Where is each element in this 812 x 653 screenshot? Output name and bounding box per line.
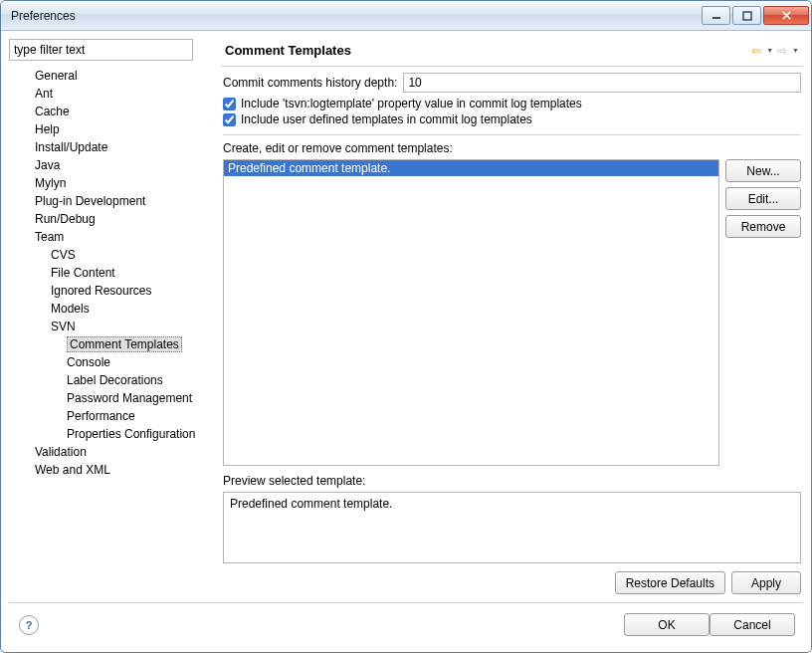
new-button[interactable]: New... — [725, 159, 801, 182]
help-icon[interactable]: ? — [19, 615, 39, 635]
preview-box: Predefined comment template. — [223, 492, 801, 563]
tree-item[interactable]: Mylyn — [13, 174, 218, 192]
split-pane: GeneralAntCacheHelpInstall/UpdateJavaMyl… — [9, 39, 803, 594]
page-content: Commit comments history depth: Include '… — [221, 67, 803, 594]
tree-item[interactable]: Label Decorations — [13, 371, 218, 389]
page-header: Comment Templates ⇦▼ ⇨▼ — [221, 39, 803, 67]
list-item[interactable]: Predefined comment template. — [224, 160, 718, 176]
history-depth-input[interactable] — [403, 73, 801, 93]
forward-icon[interactable]: ⇨ — [777, 44, 787, 58]
restore-defaults-button[interactable]: Restore Defaults — [615, 571, 725, 594]
preferences-window: Preferences GeneralAntCacheHelpInstall/U… — [0, 0, 812, 653]
tsvn-checkbox[interactable] — [223, 98, 236, 110]
tree-item[interactable]: Ignored Resources — [13, 282, 218, 300]
window-buttons — [700, 6, 809, 25]
tree-item[interactable]: Console — [13, 353, 218, 371]
tree-item[interactable]: Comment Templates — [13, 335, 218, 353]
forward-menu-icon[interactable]: ▼ — [792, 47, 799, 54]
apply-button[interactable]: Apply — [731, 571, 801, 594]
tree-item[interactable]: Install/Update — [13, 138, 218, 156]
history-row: Commit comments history depth: — [223, 73, 801, 93]
page-buttons: Restore Defaults Apply — [223, 571, 801, 594]
tree-item[interactable]: Run/Debug — [13, 210, 218, 228]
tree-item[interactable]: Properties Configuration — [13, 425, 218, 443]
maximize-button[interactable] — [732, 6, 761, 25]
tree-item[interactable]: Cache — [13, 103, 218, 120]
back-icon[interactable]: ⇦ — [751, 44, 761, 58]
filter-input[interactable] — [9, 39, 193, 61]
footer: ? OK Cancel — [9, 603, 803, 644]
back-menu-icon[interactable]: ▼ — [766, 47, 773, 54]
user-templates-checkbox[interactable] — [223, 113, 236, 126]
close-button[interactable] — [763, 6, 809, 25]
history-label: Commit comments history depth: — [223, 76, 397, 90]
tree-item[interactable]: Help — [13, 120, 218, 138]
templates-listbox[interactable]: Predefined comment template. — [223, 159, 719, 466]
tsvn-checkbox-label: Include 'tsvn:logtemplate' property valu… — [241, 97, 582, 110]
templates-label: Create, edit or remove comment templates… — [223, 141, 801, 155]
nav-icons: ⇦▼ ⇨▼ — [751, 44, 803, 58]
user-templates-checkbox-row: Include user defined templates in commit… — [223, 112, 801, 126]
minimize-button[interactable] — [702, 6, 730, 25]
left-pane: GeneralAntCacheHelpInstall/UpdateJavaMyl… — [9, 39, 218, 594]
preferences-tree[interactable]: GeneralAntCacheHelpInstall/UpdateJavaMyl… — [9, 67, 218, 594]
templates-button-column: New... Edit... Remove — [725, 159, 801, 466]
preview-text: Predefined comment template. — [230, 497, 392, 511]
page-title: Comment Templates — [225, 43, 751, 58]
tree-item[interactable]: Validation — [13, 443, 218, 461]
window-title: Preferences — [11, 9, 700, 23]
tree-item[interactable]: Team — [13, 228, 218, 246]
cancel-button[interactable]: Cancel — [710, 613, 795, 636]
titlebar: Preferences — [1, 1, 811, 31]
right-pane: Comment Templates ⇦▼ ⇨▼ Commit comments … — [221, 39, 803, 594]
edit-button[interactable]: Edit... — [725, 187, 801, 210]
tree-item[interactable]: Performance — [13, 407, 218, 425]
tree-item[interactable]: CVS — [13, 246, 218, 264]
preview-label: Preview selected template: — [223, 474, 801, 488]
tree-item[interactable]: Web and XML — [13, 461, 218, 479]
dialog-body: GeneralAntCacheHelpInstall/UpdateJavaMyl… — [1, 31, 811, 652]
remove-button[interactable]: Remove — [725, 215, 801, 238]
tree-item[interactable]: File Content — [13, 264, 218, 282]
tree-item[interactable]: Ant — [13, 85, 218, 103]
preview-section: Preview selected template: Predefined co… — [223, 472, 801, 563]
tree-item[interactable]: Java — [13, 156, 218, 174]
tree-item[interactable]: Models — [13, 300, 218, 318]
svg-rect-1 — [743, 12, 751, 20]
tree-item[interactable]: Password Management — [13, 389, 218, 407]
ok-button[interactable]: OK — [624, 613, 710, 636]
tree-item[interactable]: Plug-in Development — [13, 192, 218, 210]
tree-item[interactable]: SVN — [13, 318, 218, 335]
templates-area: Predefined comment template. New... Edit… — [223, 159, 801, 466]
separator — [223, 134, 801, 135]
tsvn-checkbox-row: Include 'tsvn:logtemplate' property valu… — [223, 97, 801, 110]
user-templates-checkbox-label: Include user defined templates in commit… — [241, 112, 532, 126]
tree-item[interactable]: General — [13, 67, 218, 85]
